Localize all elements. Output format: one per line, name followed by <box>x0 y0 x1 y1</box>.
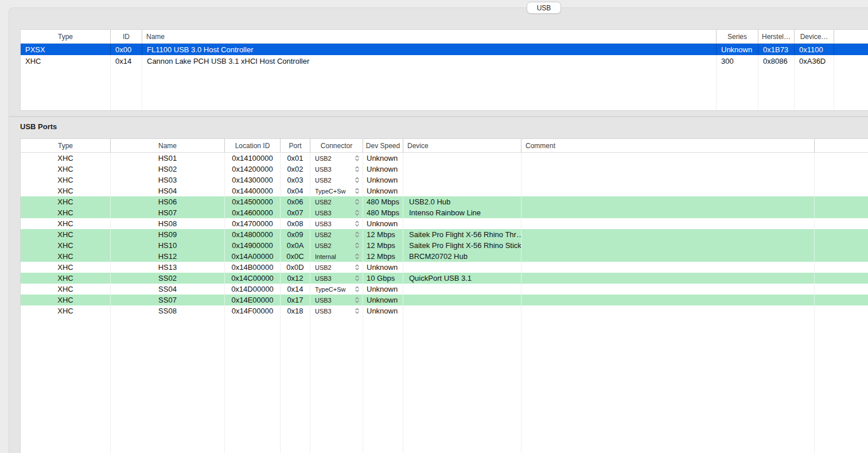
port-cell-comment <box>521 185 815 196</box>
port-cell-location-id: 0x14700000 <box>225 218 281 229</box>
connector-popup[interactable]: USB2 <box>310 240 363 251</box>
usb-port-row[interactable]: XHCHS030x143000000x03USB2Unknown <box>21 175 868 185</box>
usb-port-row[interactable]: XHCHS100x149000000x0AUSB212 MbpsSaitek P… <box>21 240 868 251</box>
controller-cell-device: 0xA36D <box>795 55 834 67</box>
port-cell-port: 0x0D <box>281 262 310 273</box>
port-cell-dev-speed: Unknown <box>363 305 403 316</box>
usb-port-row[interactable]: XHCHS060x145000000x06USB2480 MbpsUSB2.0 … <box>21 196 868 207</box>
port-cell-name: HS08 <box>111 218 225 229</box>
connector-popup[interactable]: TypeC+Sw <box>310 284 363 295</box>
controller-cell-vendor: 0x1B73 <box>758 44 795 55</box>
controller-row[interactable]: PXSX0x00FL1100 USB 3.0 Host ControllerUn… <box>21 44 868 55</box>
column-header-type[interactable]: Type <box>21 139 111 152</box>
connector-popup[interactable]: USB2 <box>310 262 363 273</box>
port-cell-comment <box>521 262 815 273</box>
usb-port-row[interactable]: XHCHS080x147000000x08USB3Unknown <box>21 218 868 229</box>
empty-cell <box>111 67 142 110</box>
port-cell-port: 0x04 <box>281 185 310 196</box>
port-cell-device: BRCM20702 Hub <box>403 251 521 262</box>
column-header-id[interactable]: ID <box>111 30 142 43</box>
empty-cell <box>815 316 868 453</box>
usb-port-row[interactable]: XHCHS040x144000000x04TypeC+SwUnknown <box>21 185 868 196</box>
usb-port-row[interactable]: XHCSS080x14F000000x18USB3Unknown <box>21 305 868 316</box>
column-header-comment[interactable]: Comment <box>521 139 815 152</box>
connector-popup[interactable]: USB3 <box>310 305 363 316</box>
tab-usb-label: USB <box>537 4 551 12</box>
port-cell-name: HS04 <box>111 185 225 196</box>
usb-port-row[interactable]: XHCHS130x14B000000x0DUSB2Unknown <box>21 262 868 273</box>
port-cell-type: XHC <box>21 273 111 284</box>
empty-cell <box>758 67 795 110</box>
port-cell-name: SS08 <box>111 305 225 316</box>
port-cell-device <box>403 284 521 295</box>
port-cell-name: HS07 <box>111 207 225 218</box>
usb-port-row[interactable]: XHCHS090x148000000x09USB212 MbpsSaitek P… <box>21 229 868 240</box>
port-cell-dev-speed: 12 Mbps <box>363 251 403 262</box>
port-cell-device <box>403 218 521 229</box>
column-header-name[interactable]: Name <box>111 139 225 152</box>
port-cell-filler <box>815 153 868 164</box>
connector-popup[interactable]: TypeC+Sw <box>310 185 363 196</box>
column-header-device[interactable]: Device <box>403 139 521 152</box>
port-cell-comment <box>521 284 815 295</box>
connector-popup-label: USB2 <box>315 231 332 238</box>
controller-row[interactable]: XHC0x14Cannon Lake PCH USB 3.1 xHCI Host… <box>21 55 868 67</box>
ports-empty-area <box>21 316 868 453</box>
column-header-port[interactable]: Port <box>281 139 310 152</box>
port-cell-comment <box>521 229 815 240</box>
column-header-dev-speed[interactable]: Dev Speed <box>363 139 403 152</box>
port-cell-location-id: 0x14E00000 <box>225 295 281 305</box>
column-header-filler <box>815 139 868 152</box>
port-cell-location-id: 0x14300000 <box>225 175 281 185</box>
column-header-type[interactable]: Type <box>21 30 111 43</box>
usb-port-row[interactable]: XHCHS020x142000000x02USB3Unknown <box>21 164 868 175</box>
empty-cell <box>521 316 815 453</box>
connector-stepper-icon <box>355 307 360 315</box>
usb-port-row[interactable]: XHCHS010x141000000x01USB2Unknown <box>21 153 868 164</box>
tab-usb[interactable]: USB <box>527 2 561 14</box>
column-header-connector[interactable]: Connector <box>310 139 363 152</box>
usb-port-row[interactable]: XHCHS070x146000000x07USB3480 MbpsIntenso… <box>21 207 868 218</box>
connector-popup[interactable]: USB3 <box>310 164 363 175</box>
usb-ports-table: Type Name Location ID Port Connector Dev… <box>20 138 868 453</box>
port-cell-location-id: 0x14900000 <box>225 240 281 251</box>
column-header-name[interactable]: Name <box>142 30 717 43</box>
connector-popup[interactable]: USB2 <box>310 153 363 164</box>
connector-popup[interactable]: Internal <box>310 251 363 262</box>
empty-cell <box>281 316 310 453</box>
connector-stepper-icon <box>355 274 360 282</box>
column-header-device[interactable]: Device… <box>795 30 834 43</box>
connector-popup[interactable]: USB3 <box>310 295 363 305</box>
controller-cell-filler <box>834 55 868 67</box>
port-cell-port: 0x0C <box>281 251 310 262</box>
port-cell-comment <box>521 218 815 229</box>
port-cell-filler <box>815 240 868 251</box>
connector-popup[interactable]: USB2 <box>310 175 363 185</box>
port-cell-port: 0x17 <box>281 295 310 305</box>
usb-port-row[interactable]: XHCSS040x14D000000x14TypeC+SwUnknown <box>21 284 868 295</box>
usb-port-row[interactable]: XHCHS120x14A000000x0CInternal12 MbpsBRCM… <box>21 251 868 262</box>
connector-popup[interactable]: USB3 <box>310 273 363 284</box>
column-header-series[interactable]: Series <box>717 30 758 43</box>
usb-port-row[interactable]: XHCSS020x14C000000x12USB310 GbpsQuickPor… <box>21 273 868 284</box>
connector-popup[interactable]: USB2 <box>310 196 363 207</box>
port-cell-name: HS13 <box>111 262 225 273</box>
port-cell-dev-speed: Unknown <box>363 262 403 273</box>
column-header-location-id[interactable]: Location ID <box>225 139 281 152</box>
connector-stepper-icon <box>355 187 360 195</box>
controller-cell-id: 0x00 <box>111 44 142 55</box>
connector-stepper-icon <box>355 253 360 260</box>
connector-popup-label: USB2 <box>315 177 332 184</box>
connector-popup[interactable]: USB3 <box>310 207 363 218</box>
port-cell-device: Saitek Pro Flight X-56 Rhino Thr… <box>403 229 521 240</box>
port-cell-location-id: 0x14A00000 <box>225 251 281 262</box>
port-cell-location-id: 0x14D00000 <box>225 284 281 295</box>
connector-popup[interactable]: USB2 <box>310 229 363 240</box>
connector-popup[interactable]: USB3 <box>310 218 363 229</box>
column-header-vendor[interactable]: Herstel… <box>758 30 795 43</box>
port-cell-dev-speed: Unknown <box>363 185 403 196</box>
port-cell-device: USB2.0 Hub <box>403 196 521 207</box>
connector-stepper-icon <box>355 220 360 227</box>
usb-port-row[interactable]: XHCSS070x14E000000x17USB3Unknown <box>21 295 868 305</box>
connector-popup-label: USB3 <box>315 220 332 227</box>
